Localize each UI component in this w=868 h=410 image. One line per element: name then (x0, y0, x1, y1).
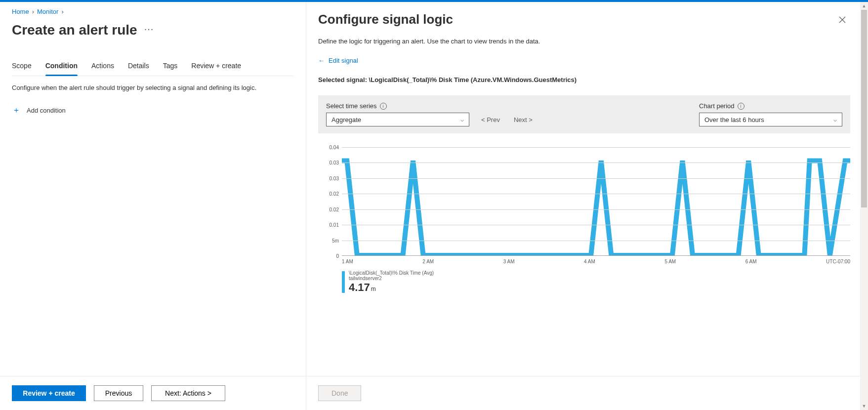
breadcrumb-home[interactable]: Home (12, 8, 29, 15)
tab-details[interactable]: Details (128, 62, 149, 76)
edit-signal-label: Edit signal (329, 57, 358, 64)
y-tick: 0.01 (330, 222, 339, 228)
y-axis: 0.040.030.030.020.020.015m0 (318, 147, 342, 256)
scrollbar[interactable]: ▲ ▼ (860, 2, 868, 410)
x-tick: 4 AM (584, 259, 595, 264)
info-icon[interactable]: i (738, 103, 744, 110)
left-footer: Review + create Previous Next: Actions > (0, 376, 306, 410)
legend-series-name: \LogicalDisk(_Total)\% Disk Time (Avg) (349, 270, 434, 276)
tab-actions[interactable]: Actions (91, 62, 114, 76)
selected-signal-label: Selected signal: (318, 76, 369, 83)
tab-review[interactable]: Review + create (191, 62, 241, 76)
legend-value-number: 4.17 (349, 281, 370, 293)
x-tick: 3 AM (503, 259, 515, 264)
breadcrumb: Home › Monitor › (12, 8, 294, 15)
breadcrumb-sep: › (32, 8, 34, 15)
chevron-down-icon: ⌵ (460, 116, 464, 123)
x-tick: 2 AM (422, 259, 434, 264)
previous-button[interactable]: Previous (94, 385, 143, 401)
grid-line (342, 209, 850, 210)
legend-resource-name: tailwindserver2 (349, 276, 434, 281)
edit-signal-link[interactable]: ← Edit signal (318, 57, 358, 64)
tab-tags[interactable]: Tags (163, 62, 178, 76)
y-tick: 5m (332, 238, 339, 243)
chart-period-label-text: Chart period (699, 102, 735, 110)
time-series-select[interactable]: Aggregate ⌵ (326, 113, 469, 126)
y-tick: 0 (336, 253, 339, 259)
y-tick: 0.02 (330, 191, 339, 197)
selected-signal: Selected signal: \LogicalDisk(_Total)\% … (318, 76, 850, 83)
breadcrumb-sep: › (61, 8, 63, 15)
done-button: Done (318, 385, 361, 401)
chart-period-select-value: Over the last 6 hours (704, 116, 764, 123)
grid-line (342, 163, 850, 163)
legend-value: 4.17m (349, 281, 434, 294)
tab-condition[interactable]: Condition (45, 62, 78, 76)
page-title: Create an alert rule (12, 22, 137, 38)
legend-color-swatch (342, 271, 345, 293)
y-tick: 0.02 (330, 206, 339, 212)
chart-legend: \LogicalDisk(_Total)\% Disk Time (Avg) t… (342, 270, 850, 294)
grid-line (342, 194, 850, 194)
x-tick: 6 AM (745, 259, 757, 264)
scrollbar-thumb[interactable] (861, 10, 867, 207)
tabs: Scope Condition Actions Details Tags Rev… (12, 62, 294, 76)
time-series-nav: < Prev Next > (481, 116, 533, 126)
close-icon (839, 16, 846, 23)
y-tick: 0.03 (330, 160, 339, 165)
time-series-label-text: Select time series (326, 102, 377, 110)
chart: 0.040.030.030.020.020.015m0 1 AM2 AM3 AM… (318, 147, 850, 294)
chart-period-select[interactable]: Over the last 6 hours ⌵ (699, 113, 842, 126)
grid-line (342, 178, 850, 179)
grid-line (342, 147, 850, 148)
left-pane: Home › Monitor › Create an alert rule ··… (0, 2, 306, 410)
arrow-left-icon: ← (318, 57, 325, 64)
right-pane: Configure signal logic Define the logic … (306, 2, 868, 410)
ts-prev-button[interactable]: < Prev (481, 116, 500, 123)
panel-description: Define the logic for triggering an alert… (318, 38, 850, 45)
tab-scope[interactable]: Scope (12, 62, 32, 76)
time-series-bar: Select time series i Aggregate ⌵ < Prev … (318, 95, 850, 133)
grid-line (342, 225, 850, 225)
plus-icon: ＋ (12, 105, 21, 116)
chart-period-label: Chart period i (699, 102, 842, 110)
right-footer: Done (306, 376, 868, 410)
panel-title: Configure signal logic (318, 12, 453, 27)
plot-area (342, 147, 850, 256)
y-tick: 0.03 (330, 175, 339, 181)
legend-value-unit: m (371, 286, 376, 292)
chart-series-line (342, 161, 850, 255)
time-series-select-value: Aggregate (331, 116, 361, 123)
add-condition-label: Add condition (27, 107, 66, 114)
selected-signal-value: \LogicalDisk(_Total)\% Disk Time (Azure.… (369, 76, 577, 83)
timezone-label: UTC-07:00 (826, 259, 850, 264)
close-button[interactable] (834, 12, 850, 28)
review-create-button[interactable]: Review + create (12, 385, 86, 401)
scroll-down-arrow[interactable]: ▼ (860, 402, 868, 410)
time-series-label: Select time series i (326, 102, 469, 110)
tab-description: Configure when the alert rule should tri… (12, 84, 294, 91)
ts-next-button[interactable]: Next > (514, 116, 533, 123)
info-icon[interactable]: i (380, 103, 387, 110)
more-button[interactable]: ··· (144, 23, 154, 38)
x-tick: 5 AM (664, 259, 676, 264)
scroll-up-arrow[interactable]: ▲ (860, 2, 868, 10)
breadcrumb-monitor[interactable]: Monitor (37, 8, 58, 15)
x-tick: 1 AM (342, 259, 353, 264)
y-tick: 0.04 (330, 145, 339, 150)
next-actions-button[interactable]: Next: Actions > (151, 385, 225, 401)
chevron-down-icon: ⌵ (833, 116, 837, 123)
grid-line (342, 241, 850, 241)
add-condition-button[interactable]: ＋ Add condition (12, 105, 294, 116)
x-axis: 1 AM2 AM3 AM4 AM5 AM6 AMUTC-07:00 (342, 259, 850, 264)
